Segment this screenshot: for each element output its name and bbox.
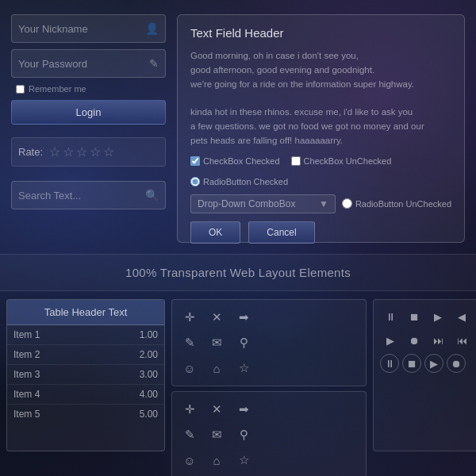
left-panel: 👤 ✎ Remember me Login Rate: ☆ ☆ ☆ ☆ ☆	[11, 14, 166, 243]
dialog-panel: Text Field Header Good morning, oh in ca…	[177, 14, 465, 243]
dialog-title: Text Field Header	[190, 26, 451, 40]
user-icon-2[interactable]: ☺	[178, 449, 201, 471]
close-icon-2[interactable]: ✕	[205, 398, 228, 420]
dropdown-row: Drop-Down ComboBox ▼ RadioButton UnCheck…	[190, 194, 451, 213]
user-icon: 👤	[145, 22, 159, 35]
record-button[interactable]: ⏺	[404, 330, 424, 351]
rate-row: Rate: ☆ ☆ ☆ ☆ ☆	[11, 137, 166, 167]
mail-icon-2[interactable]: ✉	[205, 424, 228, 446]
search-input[interactable]	[18, 190, 145, 202]
icon-row-6: ☺ ⌂ ☆	[178, 449, 359, 471]
icon-row-5: ✎ ✉ ⚲	[178, 424, 359, 446]
star-1[interactable]: ☆	[49, 144, 60, 159]
play-button[interactable]: ▶	[428, 306, 448, 327]
next-button[interactable]: ⏭	[428, 330, 448, 351]
lock-icon: ✎	[149, 57, 159, 70]
home-icon-2[interactable]: ⌂	[205, 449, 228, 471]
media-row-1: ⏸ ⏹ ▶ ◀	[380, 306, 472, 327]
user-icon[interactable]: ☺	[178, 357, 201, 379]
password-input[interactable]	[18, 58, 149, 70]
checkbox-checked[interactable]	[190, 156, 200, 166]
remember-label: Remember me	[29, 84, 86, 94]
search-wrap[interactable]: 🔍	[11, 181, 166, 209]
remember-checkbox[interactable]	[16, 85, 25, 94]
dialog-buttons: OK Cancel	[190, 221, 451, 244]
icon-row-4: ✛ ✕ ➡	[178, 398, 359, 420]
radio-checked[interactable]	[190, 177, 200, 186]
dropdown-combo[interactable]: Drop-Down ComboBox ▼	[190, 194, 336, 213]
search-icon[interactable]: ⚲	[232, 332, 255, 354]
stop-outline-button[interactable]: ⏹	[402, 354, 421, 373]
edit-icon-2[interactable]: ✎	[178, 424, 201, 446]
table-row[interactable]: Item 1 1.00	[7, 325, 164, 345]
star-4[interactable]: ☆	[90, 144, 101, 159]
dialog-body: Good morning, oh in case i don't see you…	[190, 49, 451, 148]
password-input-wrap[interactable]: ✎	[11, 49, 166, 78]
star-icon[interactable]: ☆	[232, 357, 255, 379]
dot-button[interactable]: ⏺	[447, 354, 466, 373]
play-outline-button[interactable]: ▶	[424, 354, 443, 373]
icon-row-3: ☺ ⌂ ☆	[178, 357, 359, 379]
icon-set-2: ✛ ✕ ➡ ✎ ✉ ⚲ ☺ ⌂ ☆	[171, 391, 367, 476]
star-5[interactable]: ☆	[103, 144, 114, 159]
radio-unchecked-option[interactable]: RadioButton UnChecked	[342, 198, 451, 209]
checkbox-checked-option[interactable]: CheckBox Checked	[190, 156, 280, 166]
arrow-right-icon-2[interactable]: ➡	[232, 398, 255, 420]
edit-icon[interactable]: ✎	[178, 332, 201, 354]
chevron-down-icon: ▼	[319, 198, 328, 209]
star-2[interactable]: ☆	[63, 144, 74, 159]
rate-label: Rate:	[18, 146, 43, 158]
ok-button[interactable]: OK	[190, 221, 240, 244]
nickname-input-wrap[interactable]: 👤	[11, 14, 166, 43]
login-button[interactable]: Login	[11, 100, 166, 125]
close-icon[interactable]: ✕	[205, 306, 228, 328]
add-icon-2[interactable]: ✛	[178, 398, 201, 420]
table-row[interactable]: Item 2 2.00	[7, 345, 164, 365]
table-header: Table Header Text	[7, 300, 164, 325]
pause-button[interactable]: ⏸	[380, 306, 401, 327]
radio-unchecked[interactable]	[342, 198, 352, 209]
media-row-2: ▶ ⏺ ⏭ ⏮	[380, 330, 472, 351]
star-rating[interactable]: ☆ ☆ ☆ ☆ ☆	[49, 144, 114, 159]
bottom-section: Table Header Text Item 1 1.00 Item 2 2.0…	[0, 291, 476, 458]
arrow-right-icon[interactable]: ➡	[232, 306, 255, 328]
add-icon[interactable]: ✛	[178, 306, 201, 328]
stop-button[interactable]: ⏹	[404, 306, 424, 327]
table-row[interactable]: Item 5 5.00	[7, 405, 164, 424]
cancel-button[interactable]: Cancel	[248, 221, 314, 244]
divider-text: 100% Transparent Web Layout Elements	[125, 266, 351, 279]
icon-row-2: ✎ ✉ ⚲	[178, 332, 359, 354]
icon-grid-1: ✛ ✕ ➡ ✎ ✉ ⚲ ☺ ⌂ ☆ ✛ ✕	[171, 299, 367, 451]
table-row[interactable]: Item 4 4.00	[7, 385, 164, 405]
dropdown-label: Drop-Down ComboBox	[198, 198, 319, 209]
star-3[interactable]: ☆	[76, 144, 87, 159]
star-icon-2[interactable]: ☆	[232, 449, 255, 471]
icon-set-1: ✛ ✕ ➡ ✎ ✉ ⚲ ☺ ⌂ ☆	[171, 299, 367, 386]
media-row-3: ⏸ ⏹ ▶ ⏺	[380, 354, 472, 373]
media-panel-1: ⏸ ⏹ ▶ ◀ ▶ ⏺ ⏭ ⏮ ⏸ ⏹ ▶ ⏺	[373, 299, 476, 451]
search-icon: 🔍	[145, 189, 159, 202]
home-icon[interactable]: ⌂	[205, 357, 228, 379]
pause-outline-button[interactable]: ⏸	[380, 354, 399, 373]
play-button-2[interactable]: ▶	[380, 330, 401, 351]
checkbox-unchecked[interactable]	[291, 156, 301, 166]
search-icon-2[interactable]: ⚲	[232, 424, 255, 446]
divider-section: 100% Transparent Web Layout Elements	[0, 254, 476, 291]
table-panel: Table Header Text Item 1 1.00 Item 2 2.0…	[6, 299, 165, 451]
table-row[interactable]: Item 3 3.00	[7, 365, 164, 385]
radio-checked-option[interactable]: RadioButton Checked	[190, 177, 288, 186]
remember-row: Remember me	[11, 84, 166, 94]
dialog-options: CheckBox Checked CheckBox UnChecked Radi…	[190, 156, 451, 186]
rewind-button[interactable]: ◀	[451, 306, 472, 327]
mail-icon[interactable]: ✉	[205, 332, 228, 354]
icon-row-1: ✛ ✕ ➡	[178, 306, 359, 328]
checkbox-unchecked-option[interactable]: CheckBox UnChecked	[291, 156, 392, 166]
prev-button[interactable]: ⏮	[451, 330, 472, 351]
nickname-input[interactable]	[18, 23, 145, 35]
